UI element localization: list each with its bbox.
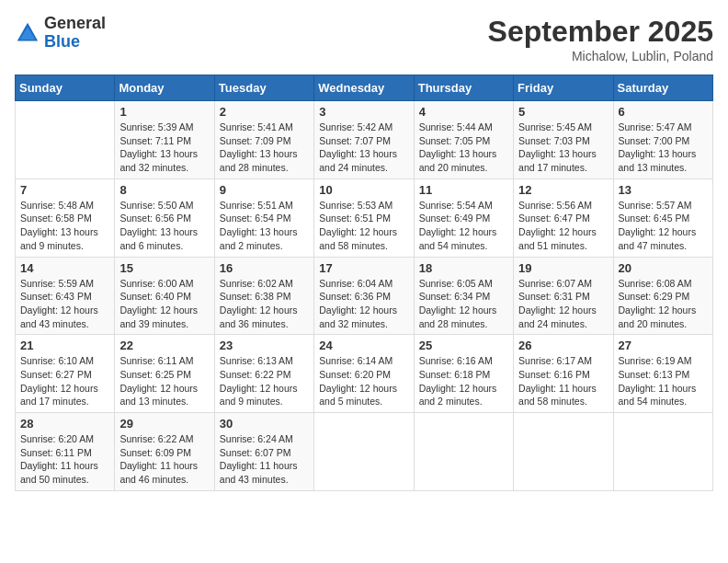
calendar-cell: 9 Sunrise: 5:51 AM Sunset: 6:54 PM Dayli… — [214, 178, 313, 257]
daylight-text: Daylight: 13 hours and 6 minutes. — [119, 226, 198, 251]
calendar-cell: 30 Sunrise: 6:24 AM Sunset: 6:07 PM Dayl… — [214, 413, 313, 491]
day-info: Sunrise: 5:57 AM Sunset: 6:45 PM Dayligh… — [619, 199, 708, 253]
daylight-text: Daylight: 12 hours and 2 minutes. — [419, 383, 497, 408]
day-info: Sunrise: 5:41 AM Sunset: 7:09 PM Dayligh… — [220, 121, 309, 175]
day-number: 8 — [119, 183, 209, 197]
day-number: 26 — [518, 339, 608, 352]
sunrise-text: Sunrise: 6:20 AM — [20, 433, 94, 444]
daylight-text: Daylight: 12 hours and 20 minutes. — [619, 304, 697, 329]
day-number: 30 — [220, 417, 309, 431]
daylight-text: Daylight: 12 hours and 28 minutes. — [419, 304, 497, 329]
calendar-week-row: 1 Sunrise: 5:39 AM Sunset: 7:11 PM Dayli… — [16, 101, 713, 179]
day-number: 11 — [419, 183, 508, 197]
day-number: 9 — [220, 183, 309, 197]
daylight-text: Daylight: 12 hours and 9 minutes. — [220, 383, 298, 408]
calendar-header-row: SundayMondayTuesdayWednesdayThursdayFrid… — [16, 75, 713, 101]
day-info: Sunrise: 6:24 AM Sunset: 6:07 PM Dayligh… — [220, 432, 309, 487]
sunset-text: Sunset: 6:43 PM — [20, 291, 92, 302]
daylight-text: Daylight: 12 hours and 17 minutes. — [20, 383, 98, 408]
daylight-text: Daylight: 11 hours and 58 minutes. — [518, 383, 597, 408]
day-number: 23 — [220, 339, 309, 352]
sunrise-text: Sunrise: 5:47 AM — [619, 121, 692, 132]
sunrise-text: Sunrise: 6:14 AM — [319, 355, 392, 366]
calendar-header-friday: Friday — [514, 75, 613, 101]
day-number: 28 — [20, 417, 109, 431]
sunset-text: Sunset: 6:29 PM — [619, 291, 690, 302]
sunset-text: Sunset: 7:07 PM — [319, 135, 391, 146]
calendar-cell — [613, 413, 712, 491]
sunset-text: Sunset: 6:58 PM — [20, 213, 92, 224]
daylight-text: Daylight: 11 hours and 46 minutes. — [119, 460, 198, 485]
calendar-cell: 6 Sunrise: 5:47 AM Sunset: 7:00 PM Dayli… — [613, 101, 712, 179]
sunset-text: Sunset: 6:51 PM — [319, 213, 391, 224]
day-info: Sunrise: 5:53 AM Sunset: 6:51 PM Dayligh… — [319, 199, 408, 253]
sunset-text: Sunset: 6:36 PM — [319, 291, 391, 302]
calendar-cell: 26 Sunrise: 6:17 AM Sunset: 6:16 PM Dayl… — [514, 335, 613, 413]
sunset-text: Sunset: 6:49 PM — [419, 213, 491, 224]
day-number: 25 — [419, 339, 508, 352]
day-info: Sunrise: 5:48 AM Sunset: 6:58 PM Dayligh… — [20, 199, 109, 253]
day-number: 6 — [619, 105, 708, 119]
calendar-cell: 25 Sunrise: 6:16 AM Sunset: 6:18 PM Dayl… — [414, 335, 513, 413]
calendar-table: SundayMondayTuesdayWednesdayThursdayFrid… — [15, 75, 713, 491]
sunrise-text: Sunrise: 6:13 AM — [220, 355, 293, 366]
sunrise-text: Sunrise: 5:59 AM — [20, 278, 94, 289]
calendar-cell: 23 Sunrise: 6:13 AM Sunset: 6:22 PM Dayl… — [214, 335, 313, 413]
sunrise-text: Sunrise: 6:19 AM — [619, 355, 692, 366]
day-info: Sunrise: 6:05 AM Sunset: 6:34 PM Dayligh… — [419, 277, 508, 331]
sunrise-text: Sunrise: 6:17 AM — [518, 355, 592, 366]
sunset-text: Sunset: 6:34 PM — [419, 291, 491, 302]
sunset-text: Sunset: 6:27 PM — [20, 369, 92, 380]
sunrise-text: Sunrise: 6:24 AM — [220, 433, 293, 444]
daylight-text: Daylight: 13 hours and 17 minutes. — [518, 148, 597, 173]
calendar-cell: 7 Sunrise: 5:48 AM Sunset: 6:58 PM Dayli… — [16, 178, 115, 257]
sunrise-text: Sunrise: 6:10 AM — [20, 355, 94, 366]
day-number: 21 — [20, 339, 109, 352]
calendar-week-row: 28 Sunrise: 6:20 AM Sunset: 6:11 PM Dayl… — [16, 413, 713, 491]
day-info: Sunrise: 5:47 AM Sunset: 7:00 PM Dayligh… — [619, 121, 708, 175]
calendar-cell: 28 Sunrise: 6:20 AM Sunset: 6:11 PM Dayl… — [16, 413, 115, 491]
sunset-text: Sunset: 7:09 PM — [220, 135, 291, 146]
daylight-text: Daylight: 13 hours and 13 minutes. — [619, 148, 697, 173]
sunset-text: Sunset: 6:25 PM — [119, 369, 191, 380]
day-info: Sunrise: 6:02 AM Sunset: 6:38 PM Dayligh… — [220, 277, 309, 331]
day-info: Sunrise: 6:20 AM Sunset: 6:11 PM Dayligh… — [20, 432, 109, 487]
sunset-text: Sunset: 6:18 PM — [419, 369, 491, 380]
daylight-text: Daylight: 13 hours and 20 minutes. — [419, 148, 497, 173]
day-number: 13 — [619, 183, 708, 197]
calendar-week-row: 21 Sunrise: 6:10 AM Sunset: 6:27 PM Dayl… — [16, 335, 713, 413]
logo-text: General Blue — [44, 15, 106, 52]
day-info: Sunrise: 5:45 AM Sunset: 7:03 PM Dayligh… — [518, 121, 608, 175]
sunrise-text: Sunrise: 6:00 AM — [119, 278, 193, 289]
day-info: Sunrise: 5:39 AM Sunset: 7:11 PM Dayligh… — [119, 121, 209, 175]
sunrise-text: Sunrise: 6:16 AM — [419, 355, 493, 366]
day-info: Sunrise: 6:17 AM Sunset: 6:16 PM Dayligh… — [518, 354, 608, 408]
day-info: Sunrise: 6:19 AM Sunset: 6:13 PM Dayligh… — [619, 354, 708, 408]
sunrise-text: Sunrise: 6:22 AM — [119, 433, 193, 444]
calendar-cell — [314, 413, 414, 491]
day-number: 24 — [319, 339, 408, 352]
sunset-text: Sunset: 6:16 PM — [518, 369, 590, 380]
day-info: Sunrise: 6:04 AM Sunset: 6:36 PM Dayligh… — [319, 277, 408, 331]
day-number: 1 — [119, 105, 209, 119]
sunset-text: Sunset: 6:40 PM — [119, 291, 191, 302]
day-number: 17 — [319, 261, 408, 275]
day-number: 15 — [119, 261, 209, 275]
day-number: 3 — [319, 105, 408, 119]
daylight-text: Daylight: 13 hours and 28 minutes. — [220, 148, 298, 173]
sunrise-text: Sunrise: 6:02 AM — [220, 278, 293, 289]
day-info: Sunrise: 6:00 AM Sunset: 6:40 PM Dayligh… — [119, 277, 209, 331]
calendar-cell: 12 Sunrise: 5:56 AM Sunset: 6:47 PM Dayl… — [514, 178, 613, 257]
calendar-cell: 15 Sunrise: 6:00 AM Sunset: 6:40 PM Dayl… — [115, 257, 214, 335]
sunset-text: Sunset: 7:03 PM — [518, 135, 590, 146]
daylight-text: Daylight: 11 hours and 43 minutes. — [220, 460, 298, 485]
sunset-text: Sunset: 6:54 PM — [220, 213, 291, 224]
calendar-cell: 3 Sunrise: 5:42 AM Sunset: 7:07 PM Dayli… — [314, 101, 414, 179]
day-info: Sunrise: 5:51 AM Sunset: 6:54 PM Dayligh… — [220, 199, 309, 253]
calendar-cell: 16 Sunrise: 6:02 AM Sunset: 6:38 PM Dayl… — [214, 257, 313, 335]
sunset-text: Sunset: 6:09 PM — [119, 447, 191, 458]
day-number: 4 — [419, 105, 508, 119]
day-info: Sunrise: 6:16 AM Sunset: 6:18 PM Dayligh… — [419, 354, 508, 408]
day-number: 19 — [518, 261, 608, 275]
sunrise-text: Sunrise: 5:56 AM — [518, 200, 592, 211]
